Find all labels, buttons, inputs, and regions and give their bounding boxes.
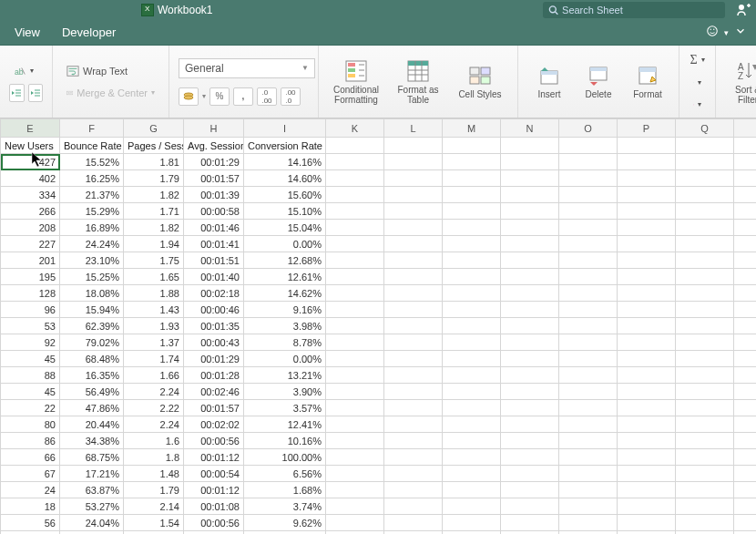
- cell-Q-14[interactable]: [676, 384, 734, 400]
- cell-K-5[interactable]: [326, 236, 384, 252]
- cell-E-22[interactable]: 56: [1, 515, 60, 531]
- cell-N-9[interactable]: [501, 302, 559, 318]
- cell-O-23[interactable]: [559, 531, 618, 535]
- cell-M-15[interactable]: [443, 400, 501, 416]
- cell-L-15[interactable]: [384, 400, 443, 416]
- cell-I-23[interactable]: 5.00%: [244, 531, 326, 535]
- cell-K-18[interactable]: [326, 449, 384, 466]
- col-header-Q[interactable]: Q: [676, 119, 734, 138]
- cell-N-14[interactable]: [501, 384, 559, 400]
- cell-R-8[interactable]: [734, 285, 757, 302]
- cell-E-2[interactable]: 334: [1, 187, 60, 203]
- cell-I-16[interactable]: 12.41%: [244, 416, 326, 433]
- cell-R-21[interactable]: [734, 498, 757, 515]
- cell-O-1[interactable]: [559, 170, 618, 187]
- cell-K-10[interactable]: [326, 318, 384, 334]
- cell-I-7[interactable]: 12.61%: [244, 269, 326, 285]
- cell-N-21[interactable]: [501, 498, 559, 515]
- cell-L-5[interactable]: [384, 236, 443, 252]
- cell-F-20[interactable]: 63.87%: [60, 482, 124, 498]
- delete-button[interactable]: Delete: [577, 52, 620, 112]
- header-cell-F[interactable]: Bounce Rate: [60, 138, 124, 154]
- cell-M-19[interactable]: [443, 466, 501, 482]
- cell-L-20[interactable]: [384, 482, 443, 498]
- cell-O-21[interactable]: [559, 498, 618, 515]
- cell-P-9[interactable]: [618, 302, 676, 318]
- ribbon-collapse-icon[interactable]: [734, 25, 747, 40]
- cell-M-20[interactable]: [443, 482, 501, 498]
- cell-H-7[interactable]: 00:01:40: [184, 269, 244, 285]
- chevron-down-icon[interactable]: ▾: [202, 92, 206, 100]
- cell-L-6[interactable]: [384, 252, 443, 269]
- cell-N-15[interactable]: [501, 400, 559, 416]
- orientation-button[interactable]: ab▾: [9, 62, 43, 80]
- cell-L-7[interactable]: [384, 269, 443, 285]
- cell-I-1[interactable]: 14.60%: [244, 170, 326, 187]
- cell-R-7[interactable]: [734, 269, 757, 285]
- cell-Q-19[interactable]: [676, 466, 734, 482]
- cell-H-21[interactable]: 00:01:08: [184, 498, 244, 515]
- cell-I-3[interactable]: 15.10%: [244, 203, 326, 220]
- cell-L-22[interactable]: [384, 515, 443, 531]
- merge-center-button[interactable]: Merge & Center▾: [62, 84, 159, 102]
- cell-E-3[interactable]: 266: [1, 203, 60, 220]
- cell-O-6[interactable]: [559, 252, 618, 269]
- cell-M-6[interactable]: [443, 252, 501, 269]
- cell-O-20[interactable]: [559, 482, 618, 498]
- cell-K-13[interactable]: [326, 367, 384, 384]
- cell-N-20[interactable]: [501, 482, 559, 498]
- cell-H-17[interactable]: 00:00:56: [184, 433, 244, 449]
- cell-M-14[interactable]: [443, 384, 501, 400]
- cell-M-3[interactable]: [443, 203, 501, 220]
- cell-G-13[interactable]: 1.66: [124, 367, 184, 384]
- cell-E-12[interactable]: 45: [1, 351, 60, 367]
- cell-F-1[interactable]: 16.25%: [60, 170, 124, 187]
- cell-P-5[interactable]: [618, 236, 676, 252]
- cell-M-1[interactable]: [443, 170, 501, 187]
- col-header-H[interactable]: H: [184, 119, 244, 138]
- header-cell-M[interactable]: [443, 138, 501, 154]
- increase-indent-button[interactable]: [28, 84, 44, 102]
- cell-E-23[interactable]: 19: [1, 531, 60, 535]
- cell-O-10[interactable]: [559, 318, 618, 334]
- cell-L-0[interactable]: [384, 154, 443, 170]
- cell-E-7[interactable]: 195: [1, 269, 60, 285]
- cell-F-7[interactable]: 15.25%: [60, 269, 124, 285]
- cell-P-6[interactable]: [618, 252, 676, 269]
- cell-P-19[interactable]: [618, 466, 676, 482]
- cell-E-8[interactable]: 128: [1, 285, 60, 302]
- cell-M-8[interactable]: [443, 285, 501, 302]
- cell-I-20[interactable]: 1.68%: [244, 482, 326, 498]
- cell-H-10[interactable]: 00:01:35: [184, 318, 244, 334]
- cell-H-11[interactable]: 00:00:43: [184, 334, 244, 351]
- cell-E-5[interactable]: 227: [1, 236, 60, 252]
- autosum-button[interactable]: Σ▾: [689, 50, 706, 70]
- wrap-text-button[interactable]: Wrap Text: [62, 62, 159, 80]
- percent-format-button[interactable]: %: [209, 87, 230, 106]
- format-button[interactable]: Format: [626, 52, 669, 112]
- cell-H-2[interactable]: 00:01:39: [184, 187, 244, 203]
- col-header-G[interactable]: G: [124, 119, 184, 138]
- cell-O-18[interactable]: [559, 449, 618, 466]
- cell-Q-21[interactable]: [676, 498, 734, 515]
- cell-I-18[interactable]: 100.00%: [244, 449, 326, 466]
- cell-E-15[interactable]: 22: [1, 400, 60, 416]
- cell-K-6[interactable]: [326, 252, 384, 269]
- cell-F-6[interactable]: 23.10%: [60, 252, 124, 269]
- cell-F-8[interactable]: 18.08%: [60, 285, 124, 302]
- cell-P-17[interactable]: [618, 433, 676, 449]
- cell-G-15[interactable]: 2.22: [124, 400, 184, 416]
- cell-O-3[interactable]: [559, 203, 618, 220]
- cell-O-8[interactable]: [559, 285, 618, 302]
- cell-E-18[interactable]: 66: [1, 449, 60, 466]
- cell-R-6[interactable]: [734, 252, 757, 269]
- cell-F-2[interactable]: 21.37%: [60, 187, 124, 203]
- cell-P-22[interactable]: [618, 515, 676, 531]
- cell-I-17[interactable]: 10.16%: [244, 433, 326, 449]
- cell-N-17[interactable]: [501, 433, 559, 449]
- cell-R-0[interactable]: [734, 154, 757, 170]
- cell-L-10[interactable]: [384, 318, 443, 334]
- header-cell-N[interactable]: [501, 138, 559, 154]
- cell-Q-11[interactable]: [676, 334, 734, 351]
- cell-G-6[interactable]: 1.75: [124, 252, 184, 269]
